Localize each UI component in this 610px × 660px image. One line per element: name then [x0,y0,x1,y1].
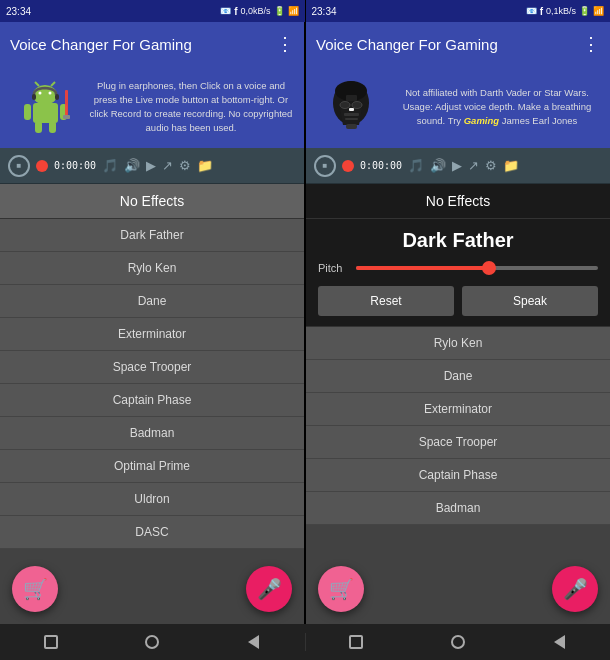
right-hero: Not affiliated with Darth Vader or Star … [306,66,610,148]
left-effect-dasc[interactable]: DASC [0,516,304,549]
vader-helmet-icon [319,75,384,140]
svg-rect-11 [63,115,70,119]
left-effect-captain-phase[interactable]: Captain Phase [0,384,304,417]
left-mic-icon: 🎤 [257,577,282,601]
left-play-icon[interactable]: ▶ [146,158,156,173]
right-app-bar: Voice Changer For Gaming ⋮ [306,22,610,66]
svg-point-19 [340,101,350,108]
right-effect-exterminator[interactable]: Exterminator [306,393,610,426]
left-cart-icon: 🛒 [23,577,48,601]
right-play-icon[interactable]: ▶ [452,158,462,173]
right-share-icon[interactable]: ↗ [468,158,479,173]
pitch-row: Pitch [318,262,598,274]
svg-rect-18 [345,118,358,120]
reset-button[interactable]: Reset [318,286,454,316]
left-effect-optimal-prime[interactable]: Optimal Prime [0,450,304,483]
left-folder-icon[interactable]: 📁 [197,158,213,173]
speak-button[interactable]: Speak [462,286,598,316]
left-share-icon[interactable]: ↗ [162,158,173,173]
left-effect-dark-father[interactable]: Dark Father [0,219,304,252]
left-record-btn[interactable] [36,160,48,172]
right-time: 0:00:00 [360,160,402,171]
svg-rect-9 [49,121,56,133]
left-app-title: Voice Changer For Gaming [10,36,192,53]
right-hero-icon [316,72,386,142]
svg-rect-10 [65,90,68,118]
pitch-slider-fill [356,266,489,270]
svg-point-20 [352,101,362,108]
left-controls: ■ 0:00:00 🎵 🔊 ▶ ↗ ⚙ 📁 [0,148,304,184]
right-nav [305,633,611,651]
pitch-slider[interactable] [356,266,598,270]
svg-rect-17 [344,113,359,116]
right-no-effects[interactable]: No Effects [306,184,610,219]
left-stop-btn[interactable]: ■ [8,155,30,177]
svg-rect-13 [55,94,59,100]
right-effect-rylo-ken[interactable]: Rylo Ken [306,327,610,360]
right-volume-icon[interactable]: 🔊 [430,158,446,173]
right-record-btn[interactable] [342,160,354,172]
left-effect-rylo-ken[interactable]: Rylo Ken [0,252,304,285]
right-settings-icon[interactable]: ⚙ [485,158,497,173]
left-volume-icon[interactable]: 🔊 [124,158,140,173]
svg-line-3 [35,82,39,86]
left-cart-fab[interactable]: 🛒 [12,566,58,612]
right-home-btn[interactable] [449,633,467,651]
right-mic-fab[interactable]: 🎤 [552,566,598,612]
right-recent-icon [349,635,363,649]
svg-rect-12 [32,94,36,100]
right-cart-fab[interactable]: 🛒 [318,566,364,612]
left-panel: Voice Changer For Gaming ⋮ [0,22,304,624]
right-waves-icon: 🎵 [408,158,424,173]
right-app-title: Voice Changer For Gaming [316,36,498,53]
svg-rect-8 [35,121,42,133]
time-right: 23:34 [312,6,337,17]
left-menu-button[interactable]: ⋮ [276,33,294,55]
left-hero-text: Plug in earphones, then Click on a voice… [88,79,294,136]
phones-container: Voice Changer For Gaming ⋮ [0,22,610,624]
right-recent-apps-btn[interactable] [347,633,365,651]
right-folder-icon[interactable]: 📁 [503,158,519,173]
left-effect-uldron[interactable]: Uldron [0,483,304,516]
right-back-btn[interactable] [550,633,568,651]
right-stop-btn[interactable]: ■ [314,155,336,177]
left-effect-space-trooper[interactable]: Space Trooper [0,351,304,384]
left-back-btn[interactable] [245,633,263,651]
left-app-bar: Voice Changer For Gaming ⋮ [0,22,304,66]
right-effect-dane[interactable]: Dane [306,360,610,393]
pitch-slider-thumb[interactable] [482,261,496,275]
svg-rect-5 [33,103,58,123]
svg-rect-22 [346,124,357,129]
nav-bar [0,624,610,660]
right-effect-captain-phase[interactable]: Captain Phase [306,459,610,492]
right-effect-space-trooper[interactable]: Space Trooper [306,426,610,459]
left-no-effects[interactable]: No Effects [0,184,304,219]
left-recent-apps-btn[interactable] [42,633,60,651]
right-panel: Voice Changer For Gaming ⋮ [304,22,610,624]
left-mic-fab[interactable]: 🎤 [246,566,292,612]
status-icons-left: 📧 f 0,0kB/s 🔋 📶 [220,6,298,17]
status-bar: 23:34 📧 f 0,0kB/s 🔋 📶 23:34 📧 f 0,1kB/s … [0,0,610,22]
svg-line-4 [51,82,55,86]
svg-rect-21 [346,95,357,101]
right-effects-list: No Effects Dark Father Pitch Reset Speak [306,184,610,624]
right-back-icon [554,635,565,649]
status-bar-right: 23:34 📧 f 0,1kB/s 🔋 📶 [305,0,611,22]
left-home-btn[interactable] [143,633,161,651]
svg-rect-23 [349,108,354,111]
right-cart-icon: 🛒 [329,577,354,601]
dark-father-actions: Reset Speak [318,286,598,316]
svg-point-2 [48,91,51,94]
left-settings-icon[interactable]: ⚙ [179,158,191,173]
left-effect-exterminator[interactable]: Exterminator [0,318,304,351]
right-home-icon [451,635,465,649]
right-menu-button[interactable]: ⋮ [582,33,600,55]
right-effect-badman[interactable]: Badman [306,492,610,525]
svg-rect-6 [24,104,31,120]
left-hero-icon [10,72,80,142]
svg-point-1 [38,91,41,94]
left-effect-badman[interactable]: Badman [0,417,304,450]
left-effect-dane[interactable]: Dane [0,285,304,318]
status-bar-left: 23:34 📧 f 0,0kB/s 🔋 📶 [0,0,305,22]
left-nav [0,633,305,651]
